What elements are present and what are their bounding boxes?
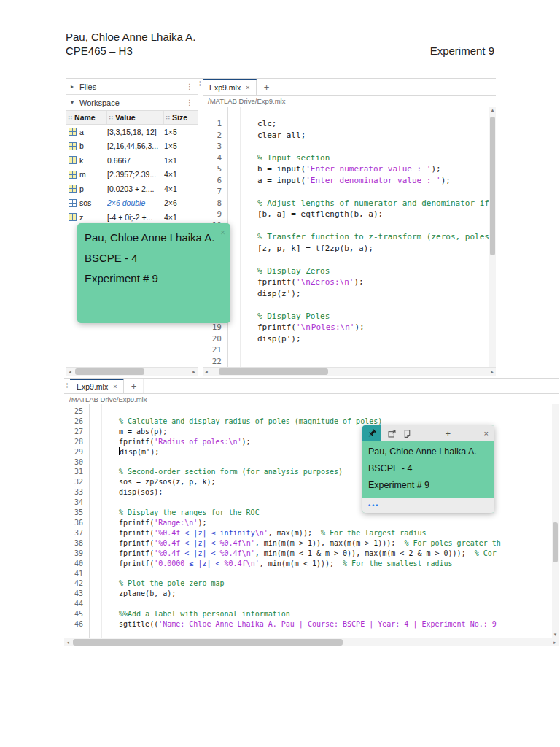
workspace-row-m[interactable]: m[2.3957;2.39...4×1: [66, 168, 198, 182]
editor-vertical-scrollbar[interactable]: ▴: [489, 107, 496, 367]
workspace-row-a[interactable]: a[3,3,15,18,-12]1×5: [66, 125, 198, 139]
variable-value: [-4 + 0i;-2 +...: [107, 213, 164, 222]
variable-value: [0.0203 + 2....: [107, 185, 164, 193]
variable-size: 1×5: [164, 142, 198, 150]
scroll-left-icon[interactable]: ◂: [203, 368, 210, 376]
kebab-menu-icon[interactable]: ⋮: [186, 98, 193, 107]
sticky-note-widget[interactable]: + × Pau, Chloe Anne Lhaika A. BSCPE - 4 …: [362, 425, 494, 513]
tab-exp9-mlx[interactable]: Exp9.mlx ×: [203, 79, 257, 95]
column-header-size[interactable]: ∷Size: [164, 111, 198, 124]
scroll-right-icon[interactable]: ▸: [190, 368, 198, 376]
splitter-dots-icon: ⁞: [199, 80, 201, 88]
editor-horizontal-scrollbar[interactable]: ◂ ▸: [203, 367, 496, 376]
breadcrumb: /MATLAB Drive/Exp9.mlx: [203, 96, 496, 107]
tab-exp9-mlx[interactable]: Exp9.mlx ×: [70, 379, 124, 393]
note-toolbar: + ×: [362, 425, 494, 441]
panel-horizontal-scrollbar[interactable]: ◂ ▸: [66, 367, 198, 376]
editor-vertical-scrollbar[interactable]: ▾: [552, 404, 559, 638]
editor-tabbar: Exp9.mlx × +: [203, 79, 496, 96]
scroll-down-icon[interactable]: ▾: [552, 631, 559, 638]
variable-name: a: [79, 128, 84, 136]
workspace-row-b[interactable]: b[2,16,44,56,3...1×5: [66, 139, 198, 154]
scroll-right-icon[interactable]: ▸: [551, 638, 559, 646]
scroll-left-icon[interactable]: ◂: [66, 368, 74, 376]
drag-handle-icon: ∷: [69, 115, 72, 121]
variable-value: [2.3957;2.39...: [107, 170, 164, 179]
drag-handle-icon: ∷: [166, 115, 170, 121]
note-name-line: Pau, Chloe Anne Lhaika A.: [368, 444, 489, 460]
editor-pane-top: Exp9.mlx × + /MATLAB Drive/Exp9.mlx 1234…: [203, 79, 496, 376]
close-icon[interactable]: ×: [484, 429, 489, 438]
note-page-icon[interactable]: [402, 429, 412, 438]
variable-value: [3,3,15,18,-12]: [107, 128, 164, 136]
splitter-dots-icon: ⁞: [64, 379, 70, 393]
note-body[interactable]: Pau, Chloe Anne Lhaika A. BSCPE - 4 Expe…: [362, 441, 494, 498]
close-tab-icon[interactable]: ×: [113, 383, 117, 390]
add-note-button[interactable]: +: [445, 428, 451, 439]
column-header-value[interactable]: ∷Value: [107, 111, 164, 124]
drag-handle-icon: ∷: [109, 115, 113, 121]
variable-value: 0.6667: [107, 156, 164, 165]
new-tab-button[interactable]: +: [124, 379, 144, 393]
pin-icon[interactable]: [362, 425, 381, 441]
note-course-line: BSCPE - 4: [85, 248, 223, 268]
close-icon[interactable]: ×: [220, 228, 225, 238]
new-tab-button[interactable]: +: [257, 79, 276, 95]
experiment-title: Experiment 9: [430, 44, 494, 57]
workspace-label: Workspace: [79, 98, 120, 107]
code-lines: clc;clear all; % Input sectionb = input(…: [228, 107, 489, 367]
workspace-row-k[interactable]: k0.66671×1: [66, 153, 198, 168]
variable-name: sos: [79, 198, 91, 207]
student-name: Pau, Chloe Anne Lhaika A.: [66, 31, 195, 43]
column-header-name[interactable]: ∷Name: [66, 111, 107, 124]
scrollbar-thumb[interactable]: [73, 639, 343, 646]
chevron-right-icon: ▸: [71, 83, 79, 90]
matrix-icon: [69, 213, 77, 221]
matrix-icon: [69, 156, 77, 164]
sticky-note-personal-info[interactable]: Pau, Chloe Anne Lhaika A. BSCPE - 4 Expe…: [77, 223, 230, 323]
close-tab-icon[interactable]: ×: [246, 84, 249, 91]
scroll-up-icon[interactable]: ▴: [489, 107, 496, 113]
files-label: Files: [79, 82, 96, 91]
workspace-row-sos[interactable]: sos2×6 double2×6: [66, 196, 198, 211]
scrollbar-thumb[interactable]: [75, 368, 144, 375]
scroll-left-icon[interactable]: ◂: [64, 638, 71, 646]
variable-value: [2,16,44,56,3...: [107, 142, 164, 150]
open-external-icon[interactable]: [387, 429, 397, 438]
variable-value: 2×6 double: [107, 198, 164, 207]
code-editor-area[interactable]: 12345678910111213141516171819202122 clc;…: [203, 107, 489, 367]
scroll-right-icon[interactable]: ▸: [489, 368, 496, 376]
files-section-header[interactable]: ▸ Files ⋮: [66, 79, 198, 95]
variable-name: k: [79, 156, 83, 165]
more-dots-icon[interactable]: •••: [368, 502, 379, 509]
variable-size: 1×1: [164, 156, 198, 165]
editor-horizontal-scrollbar[interactable]: ◂ ▸: [64, 638, 559, 646]
variable-size: 4×1: [164, 185, 198, 193]
note-experiment-line: Experiment # 9: [368, 477, 489, 494]
note-experiment-line: Experiment # 9: [85, 268, 223, 289]
variable-name: m: [79, 170, 86, 179]
workspace-section-header[interactable]: ▾ Workspace ⋮: [66, 95, 198, 111]
note-footer: •••: [362, 498, 494, 513]
note-course-line: BSCPE - 4: [368, 460, 489, 477]
variable-name: z: [79, 213, 83, 222]
editor-tabbar: ⁞ Exp9.mlx × +: [64, 379, 559, 394]
workspace-row-p[interactable]: p[0.0203 + 2....4×1: [66, 182, 198, 196]
variable-name: p: [79, 185, 84, 193]
variable-size: 4×1: [164, 170, 198, 179]
scrollbar-thumb[interactable]: [553, 522, 558, 562]
variable-size: 1×5: [164, 128, 198, 136]
line-number-gutter: 2526272829303132333435363738394041424344…: [64, 404, 90, 638]
workspace-row-z[interactable]: z[-4 + 0i;-2 +...4×1: [66, 210, 198, 225]
matrix-icon: [69, 142, 77, 150]
course-code: CPE465 – H3: [66, 44, 133, 57]
workspace-table-header: ∷Name ∷Value ∷Size: [66, 111, 198, 125]
kebab-menu-icon[interactable]: ⋮: [186, 82, 193, 90]
matrix-icon: [69, 185, 77, 193]
chevron-down-icon: ▾: [71, 99, 79, 106]
scrollbar-thumb[interactable]: [490, 117, 495, 255]
variable-name: b: [79, 142, 84, 150]
matrix-icon: [69, 171, 77, 179]
scrollbar-thumb[interactable]: [219, 368, 328, 375]
note-name-line: Pau, Chloe Anne Lhaika A.: [85, 228, 223, 248]
